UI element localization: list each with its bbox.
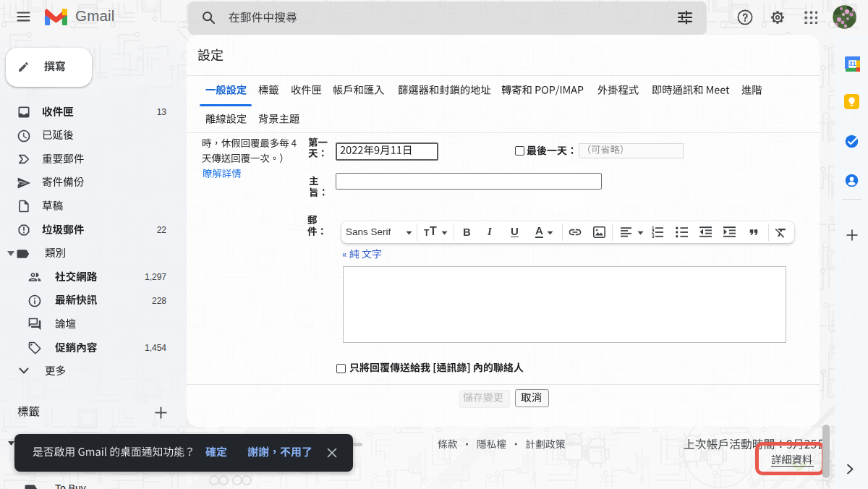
svg-text:3: 3 (652, 234, 655, 238)
svg-text:31: 31 (849, 60, 856, 67)
